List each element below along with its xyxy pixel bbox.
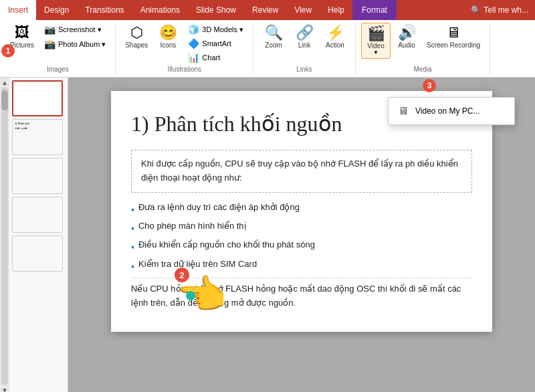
3d-smartart-chart-col: 🧊 3D Models ▾ 🔷 SmartArt 📊 Chart (184, 23, 247, 64)
video-pc-icon: 🖥 (398, 105, 409, 117)
scroll-track (1, 88, 8, 385)
pictures-icon: 🖼 (15, 25, 29, 40)
tab-design[interactable]: Design (36, 0, 77, 20)
link-label: Link (298, 41, 310, 49)
bullet-text-2: Cho phép màn hình hiển thị (138, 219, 247, 233)
images-items: 🖼 Pictures 📷 Screenshot ▾ 📸 Photo Album … (5, 23, 110, 64)
audio-button[interactable]: 🔊 Audio (392, 23, 421, 52)
illustrations-items: ⬡ Shapes 😊 Icons 🧊 3D Models ▾ 🔷 SmartAr… (121, 23, 247, 64)
group-images: 1 🖼 Pictures 📷 Screenshot ▾ 📸 Photo Albu… (0, 23, 116, 74)
bullet-mark-2: ▪ (131, 221, 134, 235)
slide-panel-scrollbar[interactable]: ▲ ▼ (0, 78, 9, 392)
tab-transitions[interactable]: Transitions (77, 0, 132, 20)
shapes-button[interactable]: ⬡ Shapes (121, 23, 152, 52)
screenshot-icon: 📷 (44, 24, 56, 35)
scroll-up-btn[interactable]: ▲ (1, 79, 8, 86)
tab-review[interactable]: Review (244, 0, 286, 20)
3d-models-icon: 🧊 (188, 24, 199, 35)
group-illustrations: ⬡ Shapes 😊 Icons 🧊 3D Models ▾ 🔷 SmartAr… (116, 23, 253, 74)
photo-album-label: Photo Album ▾ (58, 40, 106, 49)
bullet-text-3: Điều khiển cấp nguồn cho khối thu phát s… (138, 238, 315, 252)
media-items: 🎬 Video ▼ 🔊 Audio 🖥 Screen Recording (361, 23, 484, 64)
tab-insert[interactable]: Insert (0, 0, 36, 20)
shapes-icon: ⬡ (130, 25, 143, 40)
slide-thumb-2-content: 1) Phân tích khối nguồn (13, 120, 62, 155)
bullet-mark-4: ▪ (131, 259, 134, 274)
screen-recording-label: Screen Recording (427, 41, 480, 49)
tab-animations[interactable]: Animations (132, 0, 188, 20)
ring-decoration (186, 291, 195, 300)
icons-icon: 😊 (159, 25, 177, 40)
tab-format[interactable]: Format (352, 0, 397, 20)
3d-models-label: 3D Models ▾ (202, 25, 243, 34)
video-on-pc-item[interactable]: 🖥 Video on My PC... (389, 100, 514, 122)
ribbon: 1 🖼 Pictures 📷 Screenshot ▾ 📸 Photo Albu… (0, 20, 535, 78)
action-label: Action (326, 41, 344, 49)
slide-panel: 1) Phân tích khối nguồn (9, 78, 68, 392)
3d-models-button[interactable]: 🧊 3D Models ▾ (184, 23, 247, 36)
slide-thumb-4[interactable] (12, 197, 63, 233)
slide-thumb-2[interactable]: 1) Phân tích khối nguồn (12, 119, 63, 155)
scroll-thumb[interactable] (1, 90, 8, 110)
links-group-label: Links (296, 64, 312, 74)
chart-label: Chart (202, 54, 220, 62)
video-on-pc-label: Video on My PC... (415, 106, 480, 116)
chart-icon: 📊 (188, 52, 199, 63)
zoom-button[interactable]: 🔍 Zoom (259, 23, 288, 52)
action-icon: ⚡ (326, 25, 344, 40)
icons-button[interactable]: 😊 Icons (153, 23, 183, 52)
photo-album-button[interactable]: 📸 Photo Album ▾ (40, 37, 110, 51)
slide-content-box[interactable]: Khi được cấp nguồn, CPU sẽ truy cập vào … (131, 150, 472, 193)
slide-thumb-5-content (13, 236, 62, 271)
media-group-label: Media (413, 64, 431, 74)
audio-icon: 🔊 (398, 25, 416, 40)
group-media: 🎬 Video ▼ 🔊 Audio 🖥 Screen Recording Med… (356, 23, 490, 74)
photo-album-icon: 📸 (44, 39, 56, 50)
screenshot-button[interactable]: 📷 Screenshot ▾ (40, 23, 110, 36)
illustrations-group-label: Illustrations (167, 64, 201, 74)
slide-thumb-3[interactable] (12, 158, 63, 194)
slide-thumb-3-content (13, 159, 62, 193)
bullet-text-1: Đưa ra lệnh duy trì các điện áp khởi độn… (138, 201, 300, 215)
bullet-1: ▪ Đưa ra lệnh duy trì các điện áp khởi đ… (131, 199, 472, 218)
hand-with-badge: 2 👉 (178, 271, 228, 318)
video-dropdown-panel: 🖥 Video on My PC... (388, 97, 515, 125)
bullet-mark-3: ▪ (131, 239, 134, 254)
audio-label: Audio (398, 41, 415, 49)
images-group-label: Images (47, 64, 69, 74)
icons-label: Icons (160, 41, 176, 49)
screenshot-label: Screenshot ▾ (58, 25, 102, 34)
shapes-label: Shapes (125, 41, 148, 49)
bullet-mark-1: ▪ (131, 202, 134, 217)
chart-button[interactable]: 📊 Chart (184, 51, 247, 64)
tab-help[interactable]: Help (320, 0, 352, 20)
video-dropdown-arrow: ▼ (373, 50, 379, 56)
bullet-3: ▪ Điều khiển cấp nguồn cho khối thu phát… (131, 237, 472, 256)
tab-view[interactable]: View (286, 0, 320, 20)
video-button[interactable]: 🎬 Video ▼ (361, 23, 391, 59)
screen-recording-button[interactable]: 🖥 Screen Recording (423, 23, 484, 52)
tab-slideshow[interactable]: Slide Show (188, 0, 244, 20)
slide-thumb-1[interactable] (12, 80, 63, 116)
scroll-down-btn[interactable]: ▼ (1, 387, 8, 392)
slide-thumb-5[interactable] (12, 235, 63, 272)
action-button[interactable]: ⚡ Action (320, 23, 350, 52)
slide-thumb-1-content (13, 82, 62, 115)
smartart-icon: 🔷 (188, 38, 199, 49)
bullet-2: ▪ Cho phép màn hình hiển thị (131, 218, 472, 237)
slide-intro-text: Khi được cấp nguồn, CPU sẽ truy cập vào … (141, 157, 462, 185)
hand-pointer-area: 2 👉 (178, 271, 228, 318)
tell-me-box[interactable]: 🔍 Tell me wh... (464, 0, 535, 20)
link-button[interactable]: 🔗 Link (290, 23, 319, 52)
zoom-icon: 🔍 (265, 25, 283, 40)
smartart-button[interactable]: 🔷 SmartArt (184, 37, 247, 50)
video-label: Video (367, 42, 384, 50)
badge-1: 1 (1, 44, 15, 58)
tab-bar: Insert Design Transitions Animations Sli… (0, 0, 535, 20)
video-icon: 🎬 (367, 26, 385, 41)
zoom-label: Zoom (265, 41, 282, 49)
group-links: 🔍 Zoom 🔗 Link ⚡ Action Links (253, 23, 356, 74)
bullet-text-4: Kiểm tra dữ liệu trên SIM Card (138, 258, 257, 272)
badge-3: 3 (423, 79, 436, 92)
screen-recording-icon: 🖥 (446, 25, 461, 40)
